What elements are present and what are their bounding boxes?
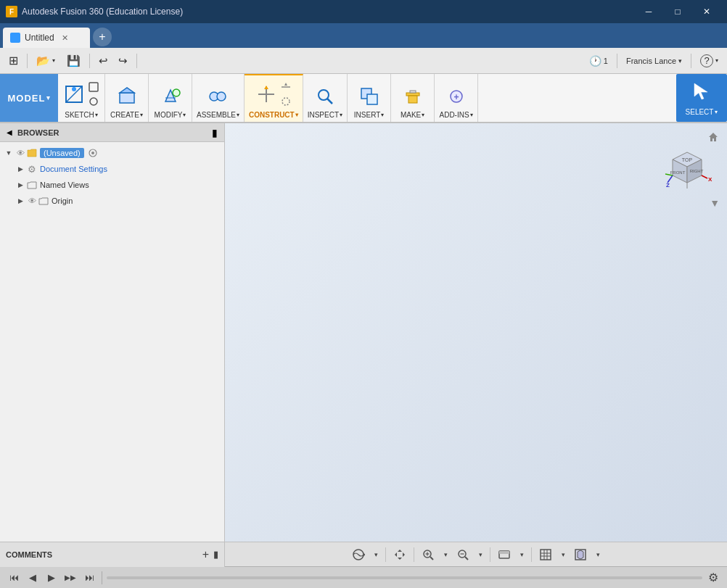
new-tab-button[interactable]: + — [93, 28, 112, 46]
view-sep-4 — [531, 547, 532, 562]
timeline-track[interactable] — [107, 576, 702, 579]
addins-icon: + — [445, 85, 468, 108]
display-button[interactable] — [495, 545, 514, 564]
timeline-prev-start-button[interactable]: ⏮ — [6, 570, 22, 586]
timeline-next-end-button[interactable]: ⏭ — [81, 570, 97, 586]
ribbon-section-construct[interactable]: CONSTRUCT ▾ — [245, 74, 303, 122]
construct-arrow-icon: ▾ — [295, 112, 298, 118]
titlebar: F Autodesk Fusion 360 (Education License… — [0, 0, 727, 23]
tree-folder-icon-root — [26, 147, 38, 159]
ribbon-section-make[interactable]: MAKE ▾ — [391, 74, 435, 122]
undo-button[interactable]: ↩ — [94, 51, 112, 70]
tree-arrow-named-views: ▶ — [15, 179, 26, 191]
workspace-arrow-icon: ▾ — [46, 94, 50, 102]
apps-grid-button[interactable]: ⊞ — [4, 51, 22, 70]
history-button[interactable]: 🕐 1 — [585, 51, 612, 70]
timeline-settings-button[interactable]: ⚙ — [705, 570, 721, 586]
grid-arrow-button[interactable]: ▾ — [558, 545, 568, 564]
timeline-prev-step-button[interactable]: ◀ — [25, 570, 41, 586]
orbit-arrow-button[interactable]: ▾ — [371, 545, 381, 564]
pan-button[interactable] — [390, 545, 409, 564]
timeline-next-step-button[interactable]: ▶▶ — [62, 570, 78, 586]
svg-marker-31 — [709, 133, 718, 141]
svg-text:X: X — [708, 176, 712, 183]
svg-point-6 — [90, 98, 97, 105]
svg-rect-59 — [541, 550, 551, 560]
workspace-button[interactable]: MODEL ▾ — [0, 74, 58, 122]
minimize-button[interactable]: ─ — [634, 0, 663, 23]
svg-rect-23 — [406, 93, 419, 96]
insert-arrow-icon: ▾ — [381, 112, 384, 118]
svg-rect-5 — [89, 83, 98, 91]
tab-title: Untitled — [25, 33, 54, 43]
svg-marker-15 — [264, 86, 268, 89]
ribbon-section-addins[interactable]: + ADD-INS ▾ — [435, 74, 478, 122]
orbit-button[interactable] — [349, 545, 368, 564]
svg-marker-45 — [364, 553, 365, 556]
user-button[interactable]: Francis Lance ▾ — [622, 51, 686, 70]
clock-icon: 🕐 — [589, 55, 601, 67]
zoom-button[interactable] — [419, 545, 438, 564]
timeline-play-button[interactable]: ▶ — [44, 570, 59, 586]
tree-item-root[interactable]: ▼ 👁 (Unsaved) — [0, 145, 224, 161]
ribbon-section-create[interactable]: CREATE ▾ — [105, 74, 149, 122]
svg-line-20 — [327, 99, 332, 104]
tree-folder-icon-named-views — [26, 179, 38, 191]
viewcube-cube[interactable]: TOP FRONT RIGHT Z X — [662, 145, 712, 196]
construct-sub1-icon — [279, 80, 292, 94]
ribbon-section-inspect[interactable]: INSPECT ▾ — [303, 74, 348, 122]
zoomfit-button[interactable] — [453, 545, 472, 564]
undo-icon: ↩ — [99, 54, 108, 67]
zoom-arrow-button[interactable]: ▾ — [440, 545, 451, 564]
viewcube-home-button[interactable] — [707, 131, 720, 144]
svg-text:F: F — [9, 8, 14, 16]
browser-collapse-button[interactable]: ◀ — [4, 128, 15, 137]
comments-panel-button[interactable]: ▮ — [213, 549, 218, 560]
document-tab[interactable]: Untitled ✕ — [3, 28, 90, 48]
insert-icon — [358, 85, 381, 108]
save-button[interactable]: 💾 — [62, 51, 85, 70]
redo-button[interactable]: ↪ — [114, 51, 132, 70]
svg-text:+: + — [453, 92, 459, 102]
close-button[interactable]: ✕ — [692, 0, 721, 23]
ribbon-section-modify[interactable]: MODIFY ▾ — [149, 74, 192, 122]
construct-icons — [255, 80, 292, 108]
ribbon-section-sketch[interactable]: SKETCH ▾ — [58, 74, 105, 122]
redo-icon: ↪ — [118, 54, 128, 67]
browser-options-button[interactable]: ▮ — [210, 126, 220, 139]
viewcube-toggle-arrow-button[interactable]: ▾ — [593, 545, 603, 564]
help-button[interactable]: ? ▾ — [696, 51, 723, 70]
tabbar: Untitled ✕ + — [0, 23, 727, 48]
tree-item-origin[interactable]: ▶ 👁 Origin — [0, 193, 224, 209]
viewcube[interactable]: TOP FRONT RIGHT Z X ▼ — [654, 131, 720, 203]
construct-sub2-icon — [279, 95, 292, 108]
svg-point-18 — [282, 98, 289, 105]
svg-point-19 — [319, 90, 329, 100]
add-comment-button[interactable]: + — [202, 548, 209, 561]
assemble-arrow-icon: ▾ — [237, 112, 239, 118]
zoomfit-arrow-button[interactable]: ▾ — [475, 545, 485, 564]
ribbon-section-assemble[interactable]: ASSEMBLE ▾ — [192, 74, 245, 122]
viewcube-down-button[interactable]: ▼ — [710, 197, 720, 209]
open-button[interactable]: 📂 ▾ — [32, 51, 59, 70]
viewcube-toggle-button[interactable] — [571, 545, 590, 564]
tree-item-doc-settings[interactable]: ▶ ⚙ Document Settings — [0, 161, 224, 177]
browser-tree: ▼ 👁 (Unsaved) ▶ ⚙ — [0, 142, 224, 212]
svg-line-42 — [702, 175, 707, 178]
svg-marker-65 — [578, 550, 583, 559]
tab-close-button[interactable]: ✕ — [62, 33, 68, 43]
svg-rect-25 — [410, 91, 416, 93]
titlebar-controls: ─ □ ✕ — [634, 0, 721, 23]
ribbon-section-insert[interactable]: INSERT ▾ — [348, 74, 391, 122]
addins-icons: + — [445, 85, 468, 108]
maximize-button[interactable]: □ — [663, 0, 692, 23]
canvas[interactable]: TOP FRONT RIGHT Z X ▼ — [225, 123, 727, 542]
grid-button[interactable] — [536, 545, 555, 564]
sketch-sub2-icon — [87, 95, 100, 108]
display-arrow-button[interactable]: ▾ — [517, 545, 527, 564]
svg-text:Z: Z — [666, 182, 670, 189]
modify-label: MODIFY ▾ — [155, 111, 186, 119]
ribbon-section-select[interactable]: SELECT ▾ — [676, 74, 727, 122]
addins-arrow-icon: ▾ — [470, 112, 473, 118]
tree-item-named-views[interactable]: ▶ Named Views — [0, 177, 224, 193]
